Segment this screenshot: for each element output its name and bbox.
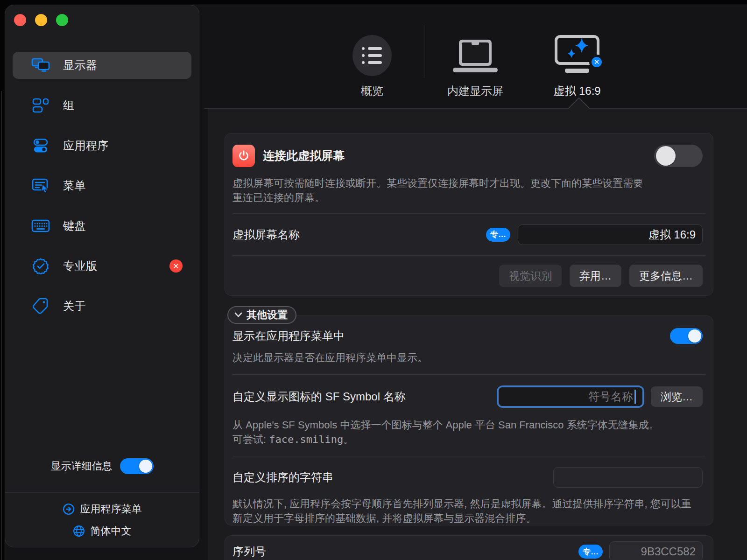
screen-name-value: 虚拟 16:9 xyxy=(648,227,696,242)
sparkle-small xyxy=(568,49,576,58)
sf-symbol-row: 自定义显示图标的 SF Symbol 名称 符号名称 浏览… xyxy=(225,375,713,419)
show-details-row: 显示详细信息 xyxy=(5,458,199,474)
connect-description: 虚拟屏幕可按需随时连接或断开。某些设置仅连接屏幕时才出现。更改下面的某些设置需要… xyxy=(225,176,655,205)
sidebar-item-label: 菜单 xyxy=(63,178,86,193)
actions-row: 视觉识别 弃用… 更多信息… xyxy=(225,256,713,296)
sf-symbol-example-code: face.smiling xyxy=(269,434,343,445)
sidebar-item-label: 专业版 xyxy=(63,259,98,273)
language-link[interactable]: 简体中文 xyxy=(5,523,199,539)
background-window-edge xyxy=(1,91,2,560)
sf-symbol-input[interactable]: 符号名称 xyxy=(499,387,642,406)
sf-symbol-description: 从 Apple's SF Symbols 中选择一个图标与整个 Apple 平台… xyxy=(225,418,680,447)
sort-string-description: 默认情况下, 应用程序会按字母顺序首先排列显示器, 然后是虚拟屏幕。通过提供排序… xyxy=(225,497,701,525)
sidebar-item-about[interactable]: 关于 xyxy=(13,293,191,320)
connect-row: 连接此虚拟屏幕 xyxy=(225,133,713,178)
sidebar-footer-divider xyxy=(5,492,199,493)
sidebar-item-displays[interactable]: 显示器 xyxy=(13,52,191,79)
sidebar: 显示器 组 xyxy=(5,5,199,547)
serial-panel: 序列号 专… 9B3CC582 xyxy=(225,535,713,560)
laptop-icon xyxy=(452,36,499,76)
other-settings-panel: 显示在应用程序菜单中 决定此显示器是否在应用程序菜单中显示。 自定义显示图标的 … xyxy=(225,315,713,525)
virtual-display-icon: ✕ xyxy=(553,34,601,76)
show-in-menu-row: 显示在应用程序菜单中 xyxy=(225,316,713,350)
sidebar-nav: 显示器 组 xyxy=(5,52,199,333)
zoom-window-button[interactable] xyxy=(56,14,68,26)
sort-string-label: 自定义排序的字符串 xyxy=(233,470,333,485)
visual-identify-button[interactable]: 视觉识别 xyxy=(499,265,562,287)
sidebar-item-label: 应用程序 xyxy=(63,138,109,153)
serial-row: 序列号 专… 9B3CC582 xyxy=(225,536,713,560)
sidebar-item-groups[interactable]: 组 xyxy=(13,92,191,119)
close-window-button[interactable] xyxy=(14,14,26,26)
groups-icon xyxy=(30,97,51,114)
show-details-toggle[interactable] xyxy=(120,458,154,474)
sort-string-row: 自定义排序的字符串 xyxy=(225,456,713,498)
minimize-window-button[interactable] xyxy=(35,14,47,26)
more-info-button[interactable]: 更多信息… xyxy=(629,265,703,287)
browse-button[interactable]: 浏览… xyxy=(651,386,703,407)
screen-name-label: 虚拟屏幕名称 xyxy=(233,227,300,242)
tab-builtin-display[interactable]: 内建显示屏 xyxy=(436,29,515,98)
keyboard-icon xyxy=(30,217,51,234)
window-controls xyxy=(14,14,68,26)
sidebar-item-pro[interactable]: 专业版 ✕ xyxy=(13,252,191,280)
app-menu-link-label: 应用程序菜单 xyxy=(80,502,142,516)
pro-feature-badge: 专… xyxy=(578,545,603,559)
menu-icon xyxy=(30,177,51,194)
connect-panel: 连接此虚拟屏幕 虚拟屏幕可按需随时连接或断开。某些设置仅连接屏幕时才出现。更改下… xyxy=(225,133,713,296)
text-caret xyxy=(634,390,636,404)
sort-string-input[interactable] xyxy=(553,467,703,488)
show-in-menu-description: 决定此显示器是否在应用程序菜单中显示。 xyxy=(225,350,713,365)
pro-error-badge[interactable]: ✕ xyxy=(169,259,183,273)
serial-value-field[interactable]: 9B3CC582 xyxy=(609,541,703,560)
pro-seal-icon xyxy=(30,258,51,274)
tag-icon xyxy=(30,298,51,315)
other-settings-disclosure[interactable]: 其他设置 xyxy=(227,306,296,324)
sidebar-item-label: 显示器 xyxy=(63,58,98,73)
show-details-label: 显示详细信息 xyxy=(51,459,113,473)
sidebar-item-applications[interactable]: 应用程序 xyxy=(13,132,191,159)
globe-icon xyxy=(73,525,85,537)
app-menu-link[interactable]: 应用程序菜单 xyxy=(5,501,199,517)
serial-value: 9B3CC582 xyxy=(641,545,696,558)
connect-title: 连接此虚拟屏幕 xyxy=(263,148,345,163)
sidebar-item-label: 组 xyxy=(63,98,75,113)
discard-button[interactable]: 弃用… xyxy=(570,265,621,287)
sidebar-item-label: 关于 xyxy=(63,299,86,314)
sidebar-item-label: 键盘 xyxy=(63,218,86,233)
sf-symbol-label: 自定义显示图标的 SF Symbol 名称 xyxy=(233,389,406,404)
overview-list-icon xyxy=(352,35,392,76)
other-settings-header: 其他设置 xyxy=(247,308,288,322)
toolbar-divider xyxy=(424,26,424,78)
tab-virtual-16-9[interactable]: ✕ 虚拟 16:9 xyxy=(537,29,617,98)
screen-name-input[interactable]: 虚拟 16:9 xyxy=(518,224,703,245)
tab-overview-label: 概览 xyxy=(332,84,412,98)
apps-icon xyxy=(30,137,51,154)
serial-label: 序列号 xyxy=(233,544,266,559)
tab-builtin-label: 内建显示屏 xyxy=(436,84,515,98)
sidebar-item-menu[interactable]: 菜单 xyxy=(13,172,191,199)
tab-overview[interactable]: 概览 xyxy=(332,29,412,98)
disconnect-x-badge: ✕ xyxy=(589,55,604,70)
arrow-circle-icon xyxy=(63,503,75,515)
show-in-menu-label: 显示在应用程序菜单中 xyxy=(233,329,345,343)
content-area: 连接此虚拟屏幕 虚拟屏幕可按需随时连接或断开。某些设置仅连接屏幕时才出现。更改下… xyxy=(208,109,747,560)
screen-name-row: 虚拟屏幕名称 专… 虚拟 16:9 xyxy=(225,214,713,255)
connect-toggle[interactable] xyxy=(654,145,703,167)
displays-icon xyxy=(30,57,51,74)
sparkle-large xyxy=(575,38,588,53)
sidebar-item-keyboard[interactable]: 键盘 xyxy=(13,212,191,239)
sf-symbol-input-focus-ring: 符号名称 xyxy=(497,385,644,408)
tab-virtual-label: 虚拟 16:9 xyxy=(537,84,617,98)
pro-feature-badge: 专… xyxy=(486,228,510,242)
sf-symbol-placeholder: 符号名称 xyxy=(588,389,633,404)
chevron-down-icon xyxy=(234,312,242,318)
screen: 概览 内建显示屏 ✕ xyxy=(0,0,747,560)
language-link-label: 简体中文 xyxy=(91,524,132,538)
power-icon xyxy=(233,145,255,167)
show-in-menu-toggle[interactable] xyxy=(670,328,703,344)
